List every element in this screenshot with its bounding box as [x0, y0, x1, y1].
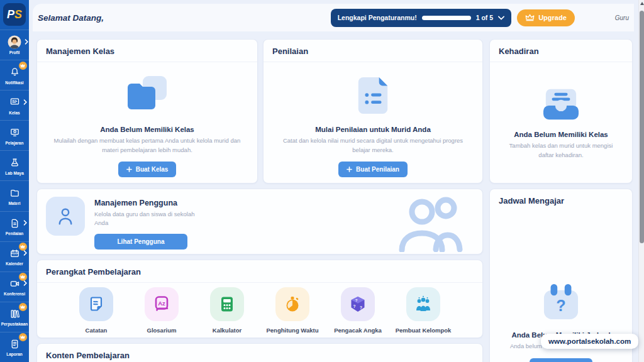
- lihat-pengguna-button[interactable]: Lihat Pengguna: [94, 234, 187, 250]
- sidebar-item-laporan[interactable]: Laporan: [0, 332, 29, 362]
- sidebar-nav: ProfilNotifikasiKelasPelajaranLab MayaMa…: [0, 30, 29, 362]
- sidebar-item-label: Notifikasi: [5, 80, 23, 85]
- sidebar-item-materi[interactable]: Materi: [0, 180, 29, 211]
- empty-state-description: Catat dan kelola nilai murid secara digi…: [280, 136, 466, 155]
- card-title: Kehadiran: [490, 40, 632, 62]
- tool-label: Kalkulator: [213, 327, 242, 334]
- bell-icon: [9, 66, 20, 79]
- premium-crown-badge: [19, 303, 27, 311]
- group-icon: [406, 287, 440, 321]
- video-icon: [9, 277, 20, 290]
- sidebar-item-kelas[interactable]: Kelas: [0, 90, 29, 120]
- buat-penilaian-button[interactable]: Buat Penilaian: [338, 162, 408, 177]
- logo-letter-s: S: [14, 8, 22, 21]
- watermark-pill: www.portalsekolah.com: [541, 334, 638, 349]
- sidebar-item-penilaian[interactable]: Penilaian: [0, 211, 29, 241]
- chevron-down-icon[interactable]: [498, 16, 504, 20]
- sidebar-item-label: Pelajaran: [6, 141, 24, 145]
- svg-text:?: ?: [355, 299, 358, 302]
- card-penilaian: Penilaian Mulai Penilaian untuk Murid An…: [263, 39, 483, 184]
- crown-icon: [525, 14, 535, 21]
- tool-pembuat-kelompok[interactable]: Pembuat Kelompok: [394, 287, 452, 334]
- sidebar-item-lab-maya[interactable]: Lab Maya: [0, 150, 29, 180]
- card-title: Penilaian: [264, 40, 482, 62]
- card-kehadiran: Kehadiran Anda Belum Memiliki Kelas Tamb…: [489, 39, 633, 184]
- app-logo[interactable]: P S: [3, 3, 26, 26]
- tool-label: Glosarium: [147, 327, 177, 334]
- sidebar-item-profil[interactable]: Profil: [0, 30, 29, 60]
- user-icon: [46, 197, 85, 236]
- sidebar-item-label: Perpustakaan: [1, 322, 28, 326]
- card-title: Manajemen Pengguna: [94, 199, 198, 207]
- sidebar-item-konferensi[interactable]: Konferensi: [0, 272, 29, 302]
- sidebar-item-label: Penilaian: [6, 231, 24, 236]
- scrollbar-thumb[interactable]: [640, 11, 644, 243]
- doc-icon: [9, 217, 20, 229]
- svg-text:?: ?: [556, 297, 565, 314]
- az-book-icon: Az: [145, 287, 179, 321]
- empty-state-description: Tambah kelas dan murid untuk mengisi daf…: [506, 141, 616, 160]
- buat-kelas-button[interactable]: Buat Kelas: [118, 162, 177, 177]
- card-title: Jadwal Mengajar: [490, 189, 632, 211]
- scrollbar-up-arrow[interactable]: [640, 2, 644, 5]
- empty-state-description: Mulailah dengan membuat kelas pertama An…: [53, 136, 241, 155]
- setup-pill-label: Lengkapi Pengaturanmu!: [338, 14, 417, 21]
- setup-progress-pill[interactable]: Lengkapi Pengaturanmu! 1 of 5: [331, 9, 511, 27]
- tool-label: Pembuat Kelompok: [396, 327, 452, 334]
- dice-icon: ???: [341, 287, 375, 321]
- premium-crown-badge: [19, 62, 27, 70]
- calendar-icon: [9, 247, 20, 260]
- card-manajemen-kelas: Manajemen Kelas Anda Belum Memiliki Kela…: [36, 39, 258, 184]
- sidebar-item-pelajaran[interactable]: Pelajaran: [0, 120, 29, 150]
- chevron-right-icon: [25, 39, 28, 45]
- stopwatch-icon: [275, 287, 309, 321]
- svg-text:Az: Az: [158, 300, 165, 307]
- flask-icon: [9, 156, 20, 169]
- note-icon: [79, 287, 113, 321]
- avatar-icon: [8, 36, 21, 48]
- scrollbar-track[interactable]: [638, 0, 644, 362]
- empty-state-title: Anda Belum Memiliki Kelas: [514, 131, 608, 138]
- logo-letter-p: P: [7, 8, 14, 21]
- empty-state-title: Anda Belum Memiliki Kelas: [100, 126, 194, 133]
- svg-text:?: ?: [360, 305, 362, 310]
- upgrade-button[interactable]: Upgrade: [517, 9, 575, 26]
- sidebar: P S ProfilNotifikasiKelasPelajaranLab Ma…: [0, 0, 29, 362]
- plus-icon: [347, 167, 352, 172]
- tool-penghitung-waktu[interactable]: Penghitung Waktu: [264, 287, 321, 334]
- tool-glosarium[interactable]: AzGlosarium: [133, 287, 191, 334]
- assessment-doc-icon: [355, 76, 391, 118]
- chevron-right-icon: [23, 250, 27, 256]
- tool-catatan[interactable]: Catatan: [67, 287, 125, 334]
- report-icon: [9, 337, 20, 350]
- topbar: Selamat Datang, Lengkapi Pengaturanmu! 1…: [33, 4, 634, 31]
- chevron-right-icon: [23, 220, 27, 226]
- empty-state-title: Mulai Penilaian untuk Murid Anda: [315, 126, 431, 133]
- card-konten-pembelajaran: Konten Pembelajaran: [36, 343, 483, 362]
- buat-jadwal-button[interactable]: Buat Jadwal: [530, 358, 592, 362]
- card-title: Perangkat Pembelajaran: [37, 260, 482, 283]
- chevron-right-icon: [23, 99, 27, 105]
- sidebar-item-kalender[interactable]: Kalender: [0, 241, 29, 272]
- sidebar-item-notifikasi[interactable]: Notifikasi: [0, 60, 29, 90]
- card-manajemen-pengguna: Manajemen Pengguna Kelola data guru dan …: [36, 189, 483, 255]
- tool-kalkulator[interactable]: Kalkulator: [198, 287, 256, 334]
- page-greeting: Selamat Datang,: [38, 13, 104, 23]
- folder-icon: [9, 187, 20, 199]
- sidebar-item-label: Laporan: [6, 352, 23, 356]
- sidebar-item-perpustakaan[interactable]: Perpustakaan: [0, 302, 29, 332]
- chevron-right-icon: [23, 280, 27, 286]
- sidebar-item-label: Lab Maya: [5, 171, 24, 175]
- people-decoration-icon: [398, 192, 464, 255]
- tool-pengacak-angka[interactable]: ???Pengacak Angka: [329, 287, 387, 334]
- sidebar-item-label: Kelas: [9, 111, 19, 115]
- sidebar-item-label: Konferensi: [4, 292, 25, 296]
- calculator-icon: [210, 287, 244, 321]
- user-role-label: Guru: [615, 14, 629, 21]
- card-title: Konten Pembelajaran: [37, 344, 482, 362]
- sidebar-item-label: Profil: [9, 50, 20, 55]
- upgrade-label: Upgrade: [538, 14, 567, 21]
- tool-label: Pengacak Angka: [334, 327, 382, 334]
- books-icon: [9, 307, 20, 320]
- setup-progress-bar: [422, 16, 471, 20]
